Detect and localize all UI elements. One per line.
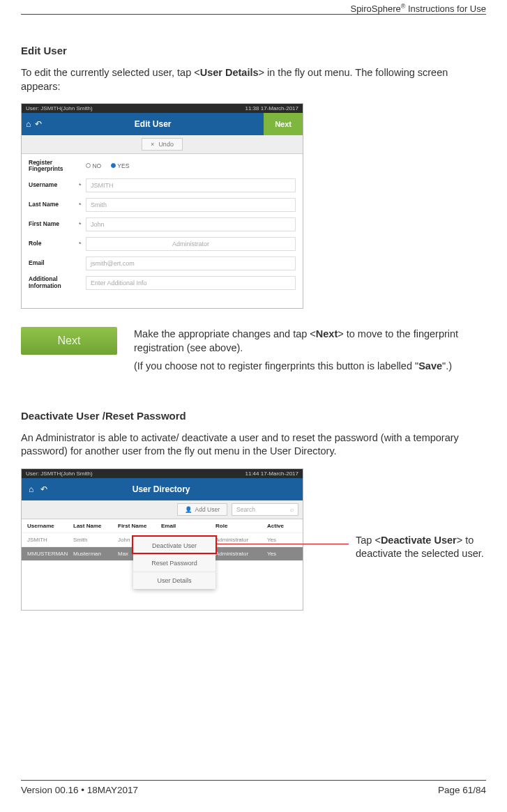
label: Username	[29, 182, 79, 188]
search-input[interactable]: Search ⌕	[232, 503, 298, 516]
cell: Yes	[267, 537, 295, 543]
label: Register Fingerprints	[29, 160, 79, 173]
status-bar: User: JSMITH(John Smith) 11:38 17-March-…	[22, 104, 303, 113]
text-bold: User Details	[200, 67, 259, 78]
email-field[interactable]: jsmith@ert.com	[86, 256, 296, 270]
req: *	[79, 182, 86, 189]
col-role: Role	[215, 523, 267, 529]
flyout-menu: Deactivate User Reset Password User Deta…	[133, 537, 215, 589]
cell: JSMITH	[27, 537, 73, 543]
home-icon[interactable]: ⌂	[29, 484, 33, 494]
title-bar: ⌂ ↶ User Directory	[22, 478, 303, 500]
firstname-field[interactable]: John	[86, 217, 296, 231]
status-user: User: JSMITH(John Smith)	[26, 105, 93, 112]
cell: Administrator	[215, 537, 267, 543]
role-field[interactable]: Administrator	[86, 237, 296, 251]
next-button-label: Next	[275, 120, 292, 128]
col-firstname: First Name	[118, 523, 161, 529]
status-bar: User: JSMITH(John Smith) 11:44 17-March-…	[22, 469, 303, 478]
add-user-icon: 👤	[185, 506, 192, 513]
menu-reset-password[interactable]: Reset Password	[133, 555, 215, 572]
cell: MMUSTERMAN	[27, 551, 73, 557]
next-button-label: Next	[58, 335, 81, 347]
edit-user-intro: To edit the currently selected user, tap…	[21, 66, 486, 93]
req: *	[79, 201, 86, 208]
text: Tap <	[356, 535, 381, 546]
user-directory-figure: User: JSMITH(John Smith) 11:44 17-March-…	[21, 468, 486, 611]
doc-header-suffix: Instructions for Use	[405, 3, 486, 14]
row-lastname: Last Name * Smith	[29, 198, 296, 212]
next-button[interactable]: Next	[264, 113, 303, 135]
status-time: 11:38 17-March-2017	[245, 105, 299, 112]
close-icon: ×	[151, 141, 154, 148]
col-active: Active	[267, 523, 295, 529]
menu-deactivate-user[interactable]: Deactivate User	[133, 537, 215, 555]
search-placeholder: Search	[236, 506, 255, 513]
radio-group[interactable]: NO YES	[86, 162, 129, 169]
edit-user-screenshot: User: JSMITH(John Smith) 11:38 17-March-…	[21, 103, 303, 309]
col-email: Email	[161, 523, 215, 529]
screen-title: User Directory	[47, 484, 275, 494]
status-user: User: JSMITH(John Smith)	[26, 470, 93, 477]
text-bold: Deactivate User	[381, 535, 457, 546]
cell: Musterman	[73, 551, 118, 557]
para: (If you choose not to register fingerpri…	[134, 359, 486, 373]
cell: Administrator	[215, 551, 267, 557]
toolbar: 👤 Add User Search ⌕	[22, 500, 303, 519]
label: Additional Information	[29, 276, 79, 289]
row-email: Email jsmith@ert.com	[29, 256, 296, 270]
text-bold: Save	[418, 360, 442, 371]
radio-label: YES	[117, 162, 129, 169]
cell: Yes	[267, 551, 295, 557]
add-user-button[interactable]: 👤 Add User	[177, 503, 227, 516]
text: (If you choose not to register fingerpri…	[134, 360, 418, 371]
col-lastname: Last Name	[73, 523, 118, 529]
add-user-label: Add User	[195, 506, 220, 513]
undo-label: Undo	[158, 141, 174, 148]
req: *	[79, 221, 86, 228]
page-footer: Version 00.16 • 18MAY2017 Page 61/84	[21, 780, 486, 795]
radio-icon	[111, 163, 116, 168]
label: Email	[29, 260, 79, 266]
text: To edit the currently selected user, tap…	[21, 67, 200, 78]
edit-user-heading: Edit User	[21, 45, 486, 56]
row-username: Username * JSMITH	[29, 178, 296, 192]
row-additional-info: Additional Information Enter Additional …	[29, 276, 296, 290]
lastname-field[interactable]: Smith	[86, 198, 296, 212]
radio-icon	[86, 163, 91, 168]
row-register-fingerprints: Register Fingerprints NO YES	[29, 160, 296, 173]
back-icon[interactable]: ↶	[35, 119, 42, 129]
undo-button[interactable]: × Undo	[142, 138, 183, 151]
edit-user-form: Register Fingerprints NO YES Username * …	[22, 154, 303, 308]
cell: Smith	[73, 537, 118, 543]
back-icon[interactable]: ↶	[40, 484, 47, 494]
radio-label: NO	[92, 162, 101, 169]
radio-yes[interactable]: YES	[111, 162, 129, 169]
deactivate-intro: An Administrator is able to activate/ de…	[21, 431, 486, 459]
label: Role	[29, 240, 79, 247]
para: Make the appropriate changes and tap <Ne…	[134, 327, 486, 355]
callout-line	[216, 544, 349, 544]
deactivate-heading: Deactivate User /Reset Password	[21, 410, 486, 422]
label: Last Name	[29, 201, 79, 208]
doc-header: SpiroSphere® Instructions for Use	[350, 3, 486, 14]
user-directory-screenshot: User: JSMITH(John Smith) 11:44 17-March-…	[21, 468, 303, 611]
table-header: Username Last Name First Name Email Role…	[22, 519, 303, 533]
page-number: Page 61/84	[438, 785, 486, 795]
callout-text: Tap <Deactivate User> to deactivate the …	[356, 534, 507, 561]
row-firstname: First Name * John	[29, 217, 296, 231]
search-icon: ⌕	[290, 506, 294, 513]
label: First Name	[29, 221, 79, 227]
status-time: 11:44 17-March-2017	[245, 470, 299, 477]
version-text: Version 00.16 • 18MAY2017	[21, 785, 138, 795]
next-button-large[interactable]: Next	[21, 327, 117, 355]
additional-info-field[interactable]: Enter Additional Info	[86, 276, 296, 290]
home-icon[interactable]: ⌂	[26, 119, 31, 129]
row-role: Role * Administrator	[29, 237, 296, 251]
product-name: SpiroSphere	[350, 3, 400, 14]
col-username: Username	[27, 523, 73, 529]
radio-no[interactable]: NO	[86, 162, 101, 169]
next-instruction-text: Make the appropriate changes and tap <Ne…	[134, 327, 486, 378]
username-field[interactable]: JSMITH	[86, 178, 296, 192]
menu-user-details[interactable]: User Details	[133, 572, 215, 589]
